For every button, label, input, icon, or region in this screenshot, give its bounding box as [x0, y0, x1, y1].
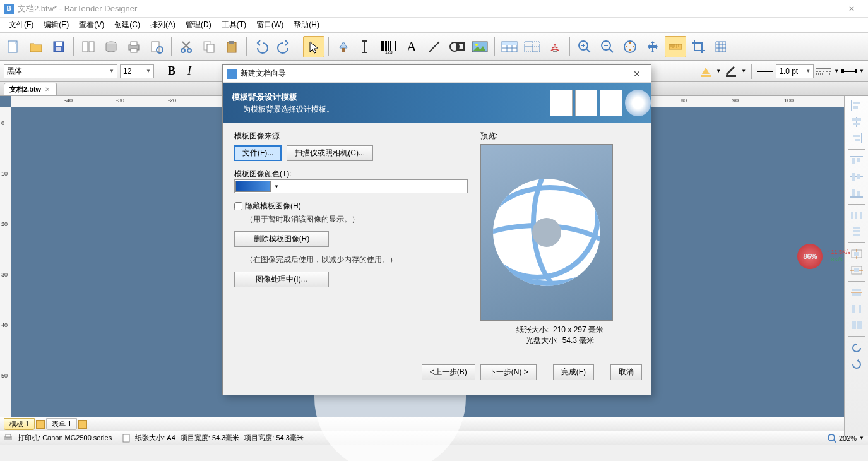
align-right-icon[interactable] [847, 131, 866, 145]
layout-grid-tool[interactable] [521, 36, 543, 57]
menu-file[interactable]: 文件(F) [4, 18, 39, 32]
undo-button[interactable] [251, 36, 272, 57]
svg-rect-95 [853, 227, 860, 229]
align-top-icon[interactable] [847, 153, 866, 167]
page-setup-button[interactable] [78, 36, 99, 57]
line-weight-combo[interactable]: 1.0 pt▼ [776, 64, 814, 78]
format-painter-button[interactable] [333, 36, 354, 57]
svg-rect-21 [383, 41, 384, 51]
main-toolbar: 123 A [0, 33, 868, 61]
menu-view[interactable]: 查看(V) [74, 18, 109, 32]
minimize-button[interactable]: ─ [778, 1, 804, 16]
database-button[interactable] [100, 36, 122, 57]
zoom-dropdown-icon[interactable]: ▼ [859, 435, 864, 441]
menu-help[interactable]: 帮助(H) [288, 18, 324, 32]
svg-rect-78 [852, 118, 861, 121]
print-preview-button[interactable] [146, 36, 167, 57]
shape-tool[interactable] [446, 36, 468, 57]
zoom-fit-button[interactable] [619, 36, 641, 57]
maximize-button[interactable]: ☐ [809, 1, 834, 16]
align-bottom-icon[interactable] [847, 186, 866, 200]
rotate-right-icon[interactable] [847, 357, 866, 371]
align-middle-icon[interactable] [847, 170, 866, 184]
svg-rect-75 [853, 102, 860, 104]
svg-rect-85 [857, 158, 860, 162]
rotate-left-icon[interactable] [847, 340, 866, 354]
file-button[interactable]: 文件(F)... [234, 145, 282, 161]
doc-tab[interactable]: 文档2.btw✕ [4, 83, 57, 95]
pointer-tool[interactable] [303, 36, 324, 57]
font-size-combo[interactable]: 12▼ [120, 64, 154, 78]
line-end-button[interactable] [841, 64, 857, 79]
svg-rect-24 [390, 41, 391, 51]
align-center-h-icon[interactable] [847, 115, 866, 129]
svg-rect-23 [388, 41, 389, 51]
same-size-icon[interactable] [847, 318, 866, 332]
move-tool[interactable] [642, 36, 663, 57]
menu-manage[interactable]: 管理(D) [181, 18, 217, 32]
line-tool[interactable] [424, 36, 445, 57]
distribute-v-icon[interactable] [847, 225, 866, 239]
new-button[interactable] [3, 36, 24, 57]
svg-rect-90 [852, 189, 855, 196]
form-tab-1[interactable]: 表单 1 [46, 418, 77, 430]
text-a-tool[interactable]: A [401, 36, 422, 57]
font-combo[interactable]: 黑体▼ [4, 64, 117, 78]
app-icon: B [4, 4, 14, 14]
color-combo[interactable]: ▼ [234, 179, 468, 193]
close-tab-icon[interactable]: ✕ [44, 86, 51, 93]
svg-rect-96 [853, 230, 860, 232]
same-height-icon[interactable] [847, 302, 866, 316]
barcode-tool[interactable]: 123 [378, 36, 400, 57]
template-tab-1[interactable]: 模板 1 [4, 418, 35, 430]
paste-button[interactable] [221, 36, 242, 57]
preview-box [480, 144, 613, 321]
menu-tools[interactable]: 工具(T) [217, 18, 251, 32]
align-left-icon[interactable] [847, 99, 866, 112]
italic-button[interactable]: I [182, 64, 197, 79]
save-button[interactable] [48, 36, 69, 57]
add-template-icon[interactable] [36, 420, 45, 429]
menu-window[interactable]: 窗口(W) [251, 18, 288, 32]
ruler-toggle[interactable] [665, 36, 686, 57]
hide-image-checkbox[interactable] [234, 202, 242, 210]
menu-create[interactable]: 创建(C) [109, 18, 145, 32]
crop-tool[interactable] [687, 36, 709, 57]
delete-image-button[interactable]: 删除模板图像(R) [234, 231, 329, 247]
menu-edit[interactable]: 编辑(E) [39, 18, 74, 32]
preview-paper-size: 纸张大小: 210 x 297 毫米 [480, 325, 639, 335]
redo-button[interactable] [273, 36, 295, 57]
fill-color-button[interactable] [698, 64, 713, 79]
finish-button[interactable]: 完成(F) [553, 364, 594, 380]
cancel-button[interactable]: 取消 [610, 364, 642, 380]
back-button[interactable]: <上一步(B) [422, 364, 475, 380]
perf-download: ↓ 8K/s [826, 256, 850, 264]
print-button[interactable] [123, 36, 145, 57]
add-form-icon[interactable] [78, 420, 87, 429]
copy-button[interactable] [198, 36, 220, 57]
color-label: 模板图像颜色(T): [234, 169, 292, 178]
image-processing-button[interactable]: 图像处理中(I)... [234, 272, 329, 287]
line-style-button[interactable] [816, 64, 831, 79]
scanner-button[interactable]: 扫描仪或照相机(C)... [287, 145, 373, 161]
picture-tool[interactable] [469, 36, 490, 57]
rfid-tool[interactable] [544, 36, 566, 57]
open-button[interactable] [25, 36, 47, 57]
close-button[interactable]: ✕ [839, 1, 864, 16]
next-button[interactable]: 下一步(N) > [480, 364, 537, 380]
svg-rect-111 [6, 434, 11, 437]
line-color-button[interactable] [723, 64, 739, 79]
delete-note: （在图像完成后使用，以减少内存的使用。） [234, 254, 468, 265]
cut-button[interactable] [175, 36, 197, 57]
distribute-h-icon[interactable] [847, 208, 866, 222]
wizard-close-button[interactable]: ✕ [627, 69, 647, 79]
text-tool[interactable] [355, 36, 377, 57]
svg-rect-2 [56, 42, 62, 46]
zoom-in-button[interactable] [574, 36, 595, 57]
bold-button[interactable]: B [164, 64, 179, 79]
menu-arrange[interactable]: 排列(A) [145, 18, 181, 32]
zoom-out-button[interactable] [597, 36, 618, 57]
grid-toggle[interactable] [710, 36, 732, 57]
same-width-icon[interactable] [847, 285, 866, 299]
table-tool[interactable] [499, 36, 520, 57]
